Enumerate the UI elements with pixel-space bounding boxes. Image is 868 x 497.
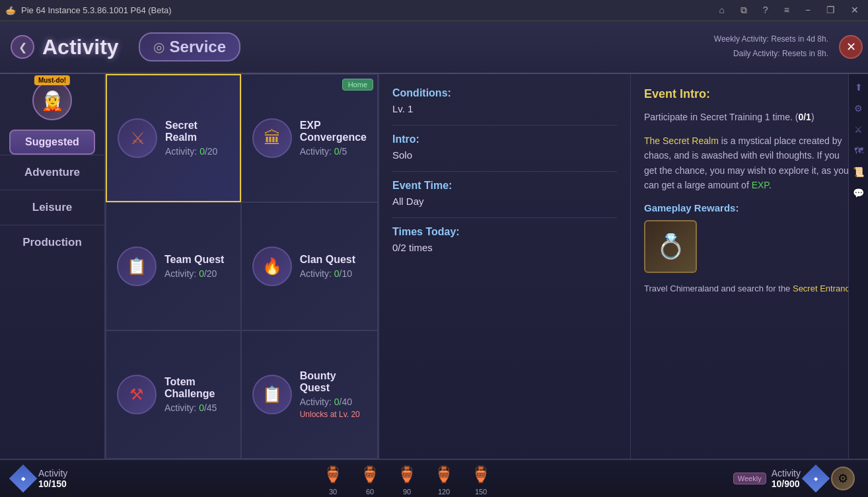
milestone-60[interactable]: 🏺 60 bbox=[357, 461, 383, 496]
sidebar: 🧝 Must-do! Suggested Adventure Leisure P… bbox=[0, 74, 106, 459]
times-today-section: Times Today: 0/2 times bbox=[392, 226, 617, 253]
title-bar-left: 🥧 Pie 64 Instance 5.3.86.1001 P64 (Beta) bbox=[5, 5, 172, 15]
event-intro-title: Event Intro: bbox=[644, 87, 855, 101]
bounty-quest-progress: Activity: 0/40 bbox=[300, 397, 367, 407]
milestones: 🏺 30 🏺 60 🏺 90 🏺 120 🏺 150 bbox=[81, 461, 733, 496]
activity-cell-exp-convergence[interactable]: Home 🏛 EXP Convergence Activity: 0/5 bbox=[241, 74, 378, 202]
times-today-label: Times Today: bbox=[392, 226, 617, 238]
secret-realm-icon: ⚔ bbox=[118, 118, 157, 158]
clan-quest-name: Clan Quest bbox=[300, 254, 355, 266]
detail-panel: Conditions: Lv. 1 Intro: Solo Event Time… bbox=[379, 74, 630, 459]
secret-realm-progress: Activity: 0/20 bbox=[165, 146, 229, 157]
production-label: Production bbox=[22, 236, 82, 249]
service-icon: ◎ bbox=[153, 39, 164, 55]
sidebar-item-adventure[interactable]: Adventure bbox=[0, 155, 104, 190]
milestone-150[interactable]: 🏺 150 bbox=[468, 461, 494, 496]
milestone-icon-30: 🏺 bbox=[320, 461, 346, 488]
bottom-bar: ◆ Activity 10/150 🏺 30 🏺 60 🏺 90 🏺 120 🏺 bbox=[0, 459, 868, 497]
right-tool-4[interactable]: 🗺 bbox=[851, 143, 867, 159]
divider-1 bbox=[392, 125, 617, 126]
right-tool-6[interactable]: 💬 bbox=[851, 185, 867, 201]
back-button[interactable]: ❮ bbox=[11, 35, 34, 59]
milestone-30[interactable]: 🏺 30 bbox=[320, 461, 346, 496]
secret-realm-info: Secret Realm Activity: 0/20 bbox=[165, 120, 229, 157]
milestone-90[interactable]: 🏺 90 bbox=[394, 461, 420, 496]
activity-cell-team-quest[interactable]: 📋 Team Quest Activity: 0/20 bbox=[106, 202, 241, 330]
bounty-quest-name: Bounty Quest bbox=[300, 370, 367, 394]
right-tool-3[interactable]: ⚔ bbox=[851, 122, 867, 137]
activity-cell-bounty-quest[interactable]: 📋 Bounty Quest Activity: 0/40 Unlocks at… bbox=[241, 330, 378, 459]
bounty-quest-icon: 📋 bbox=[252, 375, 292, 414]
page-title: Activity bbox=[42, 35, 119, 59]
exp-convergence-info: EXP Convergence Activity: 0/5 bbox=[300, 120, 367, 157]
diamond-icon-left: ◆ bbox=[9, 465, 37, 492]
window-button[interactable]: ⧉ bbox=[737, 3, 751, 17]
intro-section: Intro: Solo bbox=[392, 134, 617, 161]
main-content: 🧝 Must-do! Suggested Adventure Leisure P… bbox=[0, 74, 868, 459]
avatar: 🧝 bbox=[32, 81, 72, 120]
milestone-label-150: 150 bbox=[475, 488, 487, 496]
reward-emoji: 💍 bbox=[656, 233, 686, 260]
bounty-quest-info: Bounty Quest Activity: 0/40 Unlocks at L… bbox=[300, 370, 367, 419]
conditions-section: Conditions: Lv. 1 bbox=[392, 87, 617, 114]
minimize-button[interactable]: − bbox=[801, 3, 814, 17]
app-title: Pie 64 Instance 5.3.86.1001 P64 (Beta) bbox=[21, 5, 172, 15]
service-label: Service bbox=[170, 38, 226, 56]
exp-ref: EXP bbox=[752, 180, 769, 190]
right-tool-1[interactable]: ⬆ bbox=[851, 79, 867, 95]
clan-quest-progress: Activity: 0/10 bbox=[300, 268, 355, 279]
weekly-badge: Weekly bbox=[733, 473, 766, 484]
close-button[interactable]: ✕ bbox=[847, 3, 863, 17]
header-close-button[interactable]: ✕ bbox=[839, 35, 863, 59]
must-do-badge: Must-do! bbox=[34, 75, 70, 85]
gameplay-rewards-title: Gameplay Rewards: bbox=[644, 202, 855, 213]
activity-label-right: Activity bbox=[772, 468, 801, 478]
secret-realm-ref: The Secret Realm bbox=[644, 135, 719, 146]
event-time-section: Event Time: All Day bbox=[392, 180, 617, 207]
exp-convergence-progress: Activity: 0/5 bbox=[300, 146, 367, 157]
sidebar-item-leisure[interactable]: Leisure bbox=[0, 190, 104, 225]
clan-quest-info: Clan Quest Activity: 0/10 bbox=[300, 254, 355, 279]
right-toolbar: ⬆ ⚙ ⚔ 🗺 📜 💬 bbox=[848, 74, 868, 459]
close-icon: ✕ bbox=[846, 40, 856, 54]
milestone-icon-150: 🏺 bbox=[468, 461, 494, 488]
secret-realm-name: Secret Realm bbox=[165, 120, 229, 143]
settings-button[interactable]: ⚙ bbox=[831, 467, 855, 490]
activity-cell-clan-quest[interactable]: 🔥 Clan Quest Activity: 0/10 bbox=[241, 202, 378, 330]
totem-challenge-progress: Activity: 0/45 bbox=[164, 402, 230, 413]
title-bar-controls: ⌂ ⧉ ? ≡ − ❐ ✕ bbox=[715, 3, 863, 17]
title-bar: 🥧 Pie 64 Instance 5.3.86.1001 P64 (Beta)… bbox=[0, 0, 868, 21]
home-button[interactable]: ⌂ bbox=[715, 3, 728, 17]
sidebar-suggested[interactable]: Suggested bbox=[9, 130, 95, 155]
travel-text: Travel Chimeraland and search for the Se… bbox=[644, 282, 855, 295]
intro-value: Solo bbox=[392, 149, 617, 161]
bounty-quest-unlock: Unlocks at Lv. 20 bbox=[300, 410, 367, 419]
activity-value-right: 10/900 bbox=[772, 478, 801, 489]
adventure-label: Adventure bbox=[24, 166, 80, 178]
right-tool-2[interactable]: ⚙ bbox=[851, 100, 867, 116]
milestone-120[interactable]: 🏺 120 bbox=[431, 461, 457, 496]
app-logo: 🥧 bbox=[5, 5, 16, 15]
totem-challenge-name: Totem Challenge bbox=[164, 376, 230, 400]
service-button[interactable]: ◎ Service bbox=[139, 32, 240, 61]
restore-button[interactable]: ❐ bbox=[822, 3, 839, 17]
right-tool-5[interactable]: 📜 bbox=[851, 164, 867, 180]
activity-text-left: Activity 10/150 bbox=[38, 468, 67, 489]
totem-challenge-icon: ⚒ bbox=[117, 375, 157, 414]
divider-2 bbox=[392, 171, 617, 172]
menu-button[interactable]: ≡ bbox=[780, 3, 793, 17]
activity-cell-secret-realm[interactable]: ⚔ Secret Realm Activity: 0/20 bbox=[106, 74, 241, 202]
sidebar-item-production[interactable]: Production bbox=[0, 225, 104, 260]
activity-cell-totem-challenge[interactable]: ⚒ Totem Challenge Activity: 0/45 bbox=[106, 330, 241, 459]
exp-convergence-icon: 🏛 bbox=[252, 118, 292, 158]
help-button[interactable]: ? bbox=[759, 3, 772, 17]
times-today-value: 0/2 times bbox=[392, 242, 617, 253]
activity-text-right: Activity 10/900 bbox=[772, 468, 801, 489]
activity-info-left: ◆ Activity 10/150 bbox=[13, 468, 67, 489]
activity-info-right: Weekly Activity 10/900 ◆ ⚙ bbox=[733, 467, 855, 490]
secret-entrance-ref: Secret Entrance bbox=[793, 284, 854, 293]
header-info: Weekly Activity: Resets in 4d 8h. Daily … bbox=[714, 32, 828, 61]
event-description: The Secret Realm is a mystical place cre… bbox=[644, 134, 855, 193]
event-panel: Event Intro: Participate in Secret Train… bbox=[630, 74, 868, 459]
team-quest-icon: 📋 bbox=[117, 247, 157, 286]
